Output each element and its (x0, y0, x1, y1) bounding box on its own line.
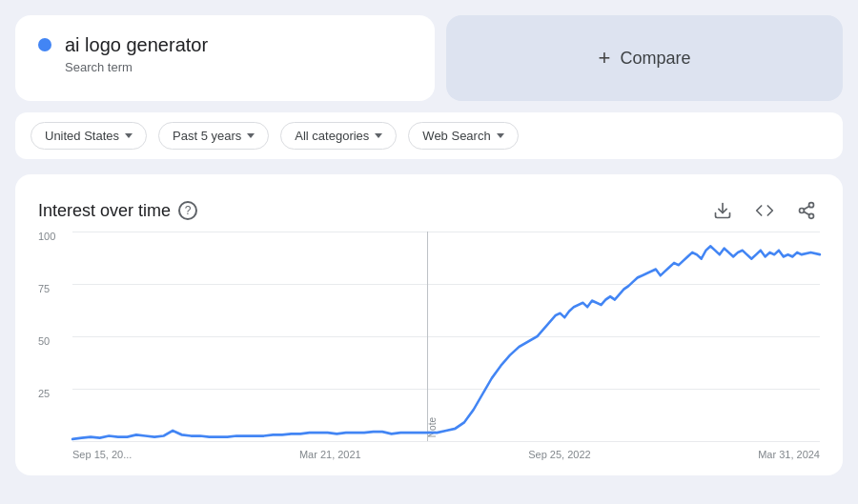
svg-line-5 (804, 206, 809, 209)
chevron-down-icon (247, 133, 255, 138)
filter-region[interactable]: United States (31, 122, 147, 150)
chart-title-group: Interest over time ? (38, 201, 197, 221)
chart-title: Interest over time (38, 201, 171, 221)
chart-actions (709, 197, 820, 224)
filter-period[interactable]: Past 5 years (158, 122, 269, 150)
chevron-down-icon (375, 133, 382, 138)
search-term-subtitle: Search term (65, 60, 208, 74)
x-label-mar2021: Mar 21, 2021 (299, 449, 361, 460)
chart-card: Interest over time ? (15, 174, 843, 475)
y-label-50: 50 (38, 336, 55, 347)
y-label-75: 75 (38, 284, 55, 294)
chart-inner: Note (72, 232, 820, 441)
filter-category-label: All categories (295, 129, 369, 143)
term-indicator-dot (38, 38, 51, 51)
filter-type-label: Web Search (422, 129, 490, 143)
embed-button[interactable] (751, 197, 778, 224)
chart-area: 100 75 50 25 Note (38, 232, 820, 460)
chart-header: Interest over time ? (38, 197, 820, 224)
search-term-text: ai logo generator Search term (65, 34, 208, 74)
filter-category[interactable]: All categories (280, 122, 397, 150)
filter-type[interactable]: Web Search (408, 122, 518, 150)
trend-line-chart (72, 232, 820, 441)
y-axis-labels: 100 75 50 25 (38, 232, 55, 460)
filter-region-label: United States (45, 129, 119, 143)
compare-card[interactable]: + Compare (446, 15, 843, 101)
chevron-down-icon (125, 133, 133, 138)
help-icon[interactable]: ? (178, 201, 197, 220)
chevron-down-icon (497, 133, 504, 138)
download-button[interactable] (709, 197, 736, 224)
compare-label: Compare (620, 49, 690, 69)
search-term-card: ai logo generator Search term (15, 15, 435, 101)
x-label-sep2022: Sep 25, 2022 (528, 449, 590, 460)
filter-bar: United States Past 5 years All categorie… (15, 112, 843, 159)
x-label-mar2024: Mar 31, 2024 (758, 449, 820, 460)
filter-period-label: Past 5 years (173, 129, 241, 143)
y-label-100: 100 (38, 232, 55, 242)
y-label-25: 25 (38, 389, 55, 399)
x-label-sep2019: Sep 15, 20... (72, 449, 132, 460)
grid-line-0 (72, 441, 820, 442)
svg-line-4 (804, 212, 809, 214)
x-axis-labels: Sep 15, 20... Mar 21, 2021 Sep 25, 2022 … (72, 449, 820, 460)
plus-icon: + (599, 46, 611, 71)
search-term-title: ai logo generator (65, 34, 208, 56)
top-section: ai logo generator Search term + Compare (15, 15, 843, 101)
share-button[interactable] (793, 197, 820, 224)
